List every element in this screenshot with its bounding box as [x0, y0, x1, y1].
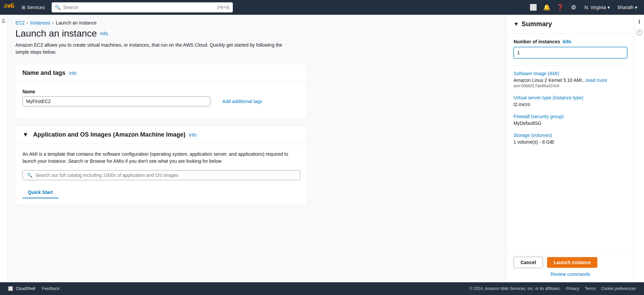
page-title: Launch an instance Info	[15, 28, 498, 39]
summary-ami-row: Software Image (AMI) Amazon Linux 2 Kern…	[514, 71, 627, 88]
name-tags-title: Name and tags	[22, 69, 65, 77]
name-tags-header: Name and tags Info	[16, 64, 307, 82]
summary-divider-1	[514, 65, 627, 65]
nav-user-menu[interactable]: bharath ▾	[615, 3, 640, 11]
terminal-icon-button[interactable]: ⬜	[528, 2, 539, 13]
quick-start-tab[interactable]: Quick Start	[22, 187, 58, 198]
right-info-icon[interactable]: ℹ	[635, 17, 643, 26]
help-icon-button[interactable]: ❓	[555, 2, 566, 13]
breadcrumb: EC2 › Instances › Launch an instance	[7, 15, 506, 28]
ami-description: An AMI is a template that contains the s…	[22, 151, 300, 165]
summary-body: Number of instances Info Software Image …	[507, 34, 634, 251]
footer: ⬜ CloudShell Feedback © 2024, Amazon Web…	[0, 282, 644, 295]
summary-instances-row: Number of instances Info	[514, 39, 627, 58]
summary-ami-id: ami-00b8917ae86a424c9	[514, 84, 627, 88]
ami-header: ▼ Application and OS Images (Amazon Mach…	[16, 126, 307, 144]
breadcrumb-ec2[interactable]: EC2	[15, 20, 24, 26]
breadcrumb-sep-1: ›	[26, 20, 28, 26]
breadcrumb-current: Launch an instance	[56, 20, 97, 26]
settings-icon-button[interactable]: ⚙	[568, 2, 579, 13]
summary-title: Summary	[522, 20, 552, 28]
quick-start-tabs: Quick Start	[22, 187, 300, 198]
summary-header: ▼ Summary	[507, 15, 634, 34]
ami-search-icon: 🔍	[27, 173, 33, 178]
footer-copyright: © 2024, Amazon Web Services, Inc. or its…	[470, 286, 561, 291]
instances-count-label: Number of instances Info	[514, 39, 627, 44]
right-sidebar: ℹ 🕐	[634, 15, 644, 282]
ami-info-link[interactable]: Info	[189, 132, 197, 138]
action-row: Cancel Launch instance	[514, 257, 627, 268]
main-content: EC2 › Instances › Launch an instance Lau…	[7, 15, 506, 282]
name-field: Name Add additional tags	[22, 89, 300, 106]
summary-storage-row: Storage (volumes) 1 volume(s) - 8 GiB	[514, 133, 627, 145]
name-tags-section: Name and tags Info Name Add additional t…	[15, 64, 307, 119]
review-commands-link[interactable]: Review commands	[514, 272, 627, 277]
cancel-button[interactable]: Cancel	[514, 257, 543, 268]
summary-firewall-label[interactable]: Firewall (security group)	[514, 114, 627, 119]
ami-section: ▼ Application and OS Images (Amazon Mach…	[15, 126, 307, 205]
summary-storage-value: 1 volume(s) - 8 GiB	[514, 139, 627, 145]
instances-info-link[interactable]: Info	[562, 39, 571, 44]
summary-firewall-value: MyDefaultSG	[514, 120, 627, 126]
top-nav: ⊞ Services 🔍 [Alt+S] ⬜ 🔔 ❓ ⚙ N. Virginia…	[0, 0, 644, 15]
search-bar[interactable]: 🔍 [Alt+S]	[52, 2, 233, 12]
nav-right: ⬜ 🔔 ❓ ⚙ N. Virginia ▾ bharath ▾	[528, 2, 640, 13]
page-title-info-link[interactable]: Info	[100, 31, 108, 36]
feedback-link[interactable]: Feedback	[42, 286, 60, 291]
search-shortcut: [Alt+S]	[217, 5, 229, 10]
aws-logo[interactable]	[4, 2, 15, 13]
breadcrumb-instances[interactable]: Instances	[30, 20, 50, 26]
launch-instance-button[interactable]: Launch instance	[547, 257, 597, 268]
summary-ami-value: Amazon Linux 2 Kernel 5.10 AMI...read mo…	[514, 78, 627, 83]
ami-search-bar[interactable]: 🔍	[22, 170, 300, 180]
summary-instance-type-label[interactable]: Virtual server type (instance type)	[514, 95, 627, 100]
right-history-icon[interactable]: 🕐	[635, 28, 643, 36]
footer-right: © 2024, Amazon Web Services, Inc. or its…	[470, 286, 636, 291]
privacy-link[interactable]: Privacy	[566, 286, 579, 291]
terms-link[interactable]: Terms	[585, 286, 596, 291]
page-content: Launch an instance Info Amazon EC2 allow…	[7, 28, 506, 220]
ami-search-input[interactable]	[35, 173, 296, 178]
footer-left: ⬜ CloudShell Feedback	[8, 286, 60, 291]
instances-count-input[interactable]	[514, 47, 627, 58]
action-area: Cancel Launch instance Review commands	[507, 251, 634, 282]
grid-icon: ⊞	[21, 5, 25, 10]
summary-instance-type-value: t2.micro	[514, 102, 627, 107]
name-input-container: Add additional tags	[22, 96, 300, 106]
left-sidebar: ☰	[0, 15, 7, 282]
summary-ami-read-more[interactable]: read more	[586, 78, 607, 83]
name-input[interactable]	[22, 96, 210, 106]
summary-ami-label[interactable]: Software Image (AMI)	[514, 71, 627, 76]
breadcrumb-sep-2: ›	[52, 20, 54, 26]
nav-services-button[interactable]: ⊞ Services	[19, 3, 48, 11]
ami-collapse-icon[interactable]: ▼	[22, 131, 29, 138]
cloudshell-label: CloudShell	[16, 286, 35, 291]
ami-body: An AMI is a template that contains the s…	[16, 144, 307, 205]
search-icon: 🔍	[55, 5, 61, 10]
sidebar-toggle-button[interactable]: ☰	[0, 17, 7, 25]
services-label: Services	[27, 5, 45, 10]
ami-title: Application and OS Images (Amazon Machin…	[33, 131, 185, 138]
name-tags-info-link[interactable]: Info	[69, 70, 76, 76]
summary-firewall-row: Firewall (security group) MyDefaultSG	[514, 114, 627, 126]
nav-region-selector[interactable]: N. Virginia ▾	[582, 3, 612, 11]
page-description: Amazon EC2 allows you to create virtual …	[15, 42, 290, 56]
name-label: Name	[22, 89, 300, 94]
name-tags-body: Name Add additional tags	[16, 82, 307, 118]
summary-collapse-icon[interactable]: ▼	[514, 21, 519, 27]
cloudshell-button[interactable]: ⬜ CloudShell	[8, 286, 35, 291]
summary-panel: ▼ Summary Number of instances Info Softw…	[506, 15, 634, 282]
cloudshell-icon: ⬜	[8, 286, 13, 291]
add-tags-link[interactable]: Add additional tags	[222, 99, 262, 104]
search-input[interactable]	[63, 5, 215, 10]
cookie-preferences-link[interactable]: Cookie preferences	[601, 286, 636, 291]
summary-instance-type-row: Virtual server type (instance type) t2.m…	[514, 95, 627, 107]
summary-storage-label[interactable]: Storage (volumes)	[514, 133, 627, 138]
notifications-icon-button[interactable]: 🔔	[541, 2, 552, 13]
